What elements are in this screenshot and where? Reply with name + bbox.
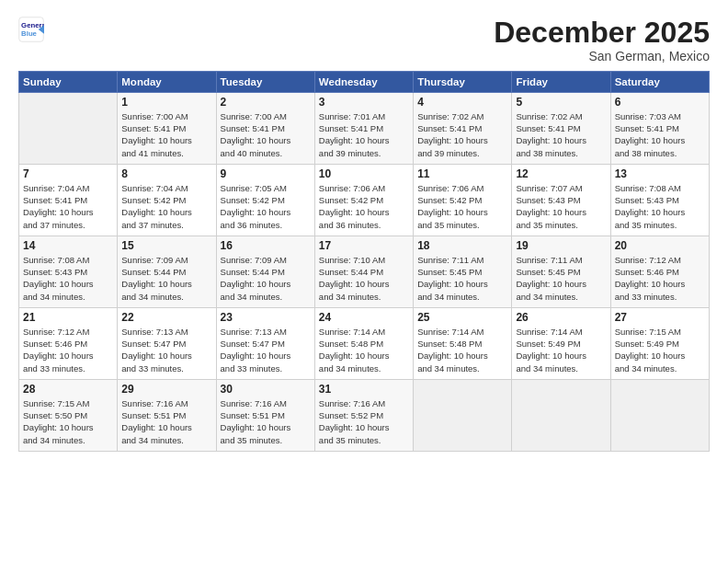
calendar-cell: 26Sunrise: 7:14 AMSunset: 5:49 PMDayligh… bbox=[512, 308, 610, 380]
col-sunday: Sunday bbox=[19, 72, 118, 93]
day-number: 29 bbox=[121, 383, 211, 396]
calendar-cell bbox=[610, 380, 709, 452]
calendar-cell bbox=[19, 93, 118, 165]
day-info: Sunrise: 7:15 AMSunset: 5:49 PMDaylight:… bbox=[615, 326, 705, 373]
calendar-cell: 24Sunrise: 7:14 AMSunset: 5:48 PMDayligh… bbox=[314, 308, 413, 380]
calendar-cell: 19Sunrise: 7:11 AMSunset: 5:45 PMDayligh… bbox=[512, 236, 610, 308]
day-number: 23 bbox=[221, 311, 311, 324]
day-info: Sunrise: 7:16 AMSunset: 5:51 PMDaylight:… bbox=[121, 397, 211, 445]
col-friday: Friday bbox=[512, 72, 610, 93]
day-number: 17 bbox=[319, 239, 409, 252]
day-number: 27 bbox=[615, 311, 705, 324]
day-number: 1 bbox=[121, 96, 211, 109]
svg-text:Blue: Blue bbox=[21, 29, 38, 38]
day-number: 13 bbox=[615, 167, 705, 180]
day-number: 12 bbox=[516, 167, 606, 180]
day-number: 14 bbox=[23, 239, 113, 252]
calendar-cell: 23Sunrise: 7:13 AMSunset: 5:47 PMDayligh… bbox=[216, 308, 314, 380]
day-number: 21 bbox=[23, 311, 113, 324]
calendar-cell: 3Sunrise: 7:01 AMSunset: 5:41 PMDaylight… bbox=[314, 93, 413, 165]
day-number: 9 bbox=[221, 167, 311, 180]
day-info: Sunrise: 7:02 AMSunset: 5:41 PMDaylight:… bbox=[516, 110, 606, 158]
calendar-cell: 20Sunrise: 7:12 AMSunset: 5:46 PMDayligh… bbox=[610, 236, 709, 308]
calendar-cell: 9Sunrise: 7:05 AMSunset: 5:42 PMDaylight… bbox=[216, 165, 314, 236]
day-info: Sunrise: 7:12 AMSunset: 5:46 PMDaylight:… bbox=[23, 326, 113, 373]
title-block: December 2025 San German, Mexico bbox=[494, 17, 710, 63]
day-number: 3 bbox=[319, 96, 409, 109]
day-info: Sunrise: 7:16 AMSunset: 5:51 PMDaylight:… bbox=[221, 397, 311, 445]
day-info: Sunrise: 7:04 AMSunset: 5:41 PMDaylight:… bbox=[23, 182, 113, 230]
calendar-week-2: 7Sunrise: 7:04 AMSunset: 5:41 PMDaylight… bbox=[19, 165, 710, 236]
day-number: 25 bbox=[417, 311, 507, 324]
day-info: Sunrise: 7:03 AMSunset: 5:41 PMDaylight:… bbox=[615, 110, 705, 158]
calendar-cell: 27Sunrise: 7:15 AMSunset: 5:49 PMDayligh… bbox=[610, 308, 709, 380]
day-info: Sunrise: 7:09 AMSunset: 5:44 PMDaylight:… bbox=[221, 254, 311, 302]
day-info: Sunrise: 7:08 AMSunset: 5:43 PMDaylight:… bbox=[615, 182, 705, 230]
month-title: December 2025 bbox=[494, 17, 710, 49]
calendar-week-5: 28Sunrise: 7:15 AMSunset: 5:50 PMDayligh… bbox=[19, 380, 710, 452]
day-info: Sunrise: 7:10 AMSunset: 5:44 PMDaylight:… bbox=[319, 254, 409, 302]
day-info: Sunrise: 7:06 AMSunset: 5:42 PMDaylight:… bbox=[417, 182, 507, 230]
calendar-week-1: 1Sunrise: 7:00 AMSunset: 5:41 PMDaylight… bbox=[19, 93, 710, 165]
day-number: 18 bbox=[417, 239, 507, 252]
calendar-cell: 13Sunrise: 7:08 AMSunset: 5:43 PMDayligh… bbox=[610, 165, 709, 236]
calendar-cell: 28Sunrise: 7:15 AMSunset: 5:50 PMDayligh… bbox=[19, 380, 118, 452]
col-monday: Monday bbox=[118, 72, 216, 93]
calendar-cell bbox=[414, 380, 512, 452]
calendar-cell: 7Sunrise: 7:04 AMSunset: 5:41 PMDaylight… bbox=[19, 165, 118, 236]
calendar-cell: 21Sunrise: 7:12 AMSunset: 5:46 PMDayligh… bbox=[19, 308, 118, 380]
day-info: Sunrise: 7:01 AMSunset: 5:41 PMDaylight:… bbox=[319, 110, 409, 158]
day-info: Sunrise: 7:14 AMSunset: 5:48 PMDaylight:… bbox=[417, 326, 507, 373]
calendar-cell: 30Sunrise: 7:16 AMSunset: 5:51 PMDayligh… bbox=[216, 380, 314, 452]
day-number: 11 bbox=[417, 167, 507, 180]
day-number: 31 bbox=[319, 383, 409, 396]
day-number: 7 bbox=[23, 167, 113, 180]
day-number: 6 bbox=[615, 96, 705, 109]
calendar-cell: 10Sunrise: 7:06 AMSunset: 5:42 PMDayligh… bbox=[314, 165, 413, 236]
day-info: Sunrise: 7:05 AMSunset: 5:42 PMDaylight:… bbox=[221, 182, 311, 230]
calendar-cell: 16Sunrise: 7:09 AMSunset: 5:44 PMDayligh… bbox=[216, 236, 314, 308]
calendar-cell: 22Sunrise: 7:13 AMSunset: 5:47 PMDayligh… bbox=[118, 308, 216, 380]
day-number: 19 bbox=[516, 239, 606, 252]
day-number: 16 bbox=[221, 239, 311, 252]
header-row: Sunday Monday Tuesday Wednesday Thursday… bbox=[19, 72, 710, 93]
day-number: 26 bbox=[516, 311, 606, 324]
day-number: 24 bbox=[319, 311, 409, 324]
calendar-cell: 1Sunrise: 7:00 AMSunset: 5:41 PMDaylight… bbox=[118, 93, 216, 165]
logo-icon: General Blue bbox=[18, 17, 44, 42]
day-info: Sunrise: 7:09 AMSunset: 5:44 PMDaylight:… bbox=[121, 254, 211, 302]
day-number: 15 bbox=[121, 239, 211, 252]
calendar-cell: 11Sunrise: 7:06 AMSunset: 5:42 PMDayligh… bbox=[414, 165, 512, 236]
col-wednesday: Wednesday bbox=[314, 72, 413, 93]
day-info: Sunrise: 7:14 AMSunset: 5:49 PMDaylight:… bbox=[516, 326, 606, 373]
col-saturday: Saturday bbox=[610, 72, 709, 93]
day-number: 4 bbox=[417, 96, 507, 109]
day-number: 30 bbox=[221, 383, 311, 396]
calendar-cell: 12Sunrise: 7:07 AMSunset: 5:43 PMDayligh… bbox=[512, 165, 610, 236]
day-info: Sunrise: 7:08 AMSunset: 5:43 PMDaylight:… bbox=[23, 254, 113, 302]
day-number: 8 bbox=[121, 167, 211, 180]
day-info: Sunrise: 7:14 AMSunset: 5:48 PMDaylight:… bbox=[319, 326, 409, 373]
col-tuesday: Tuesday bbox=[216, 72, 314, 93]
day-info: Sunrise: 7:11 AMSunset: 5:45 PMDaylight:… bbox=[516, 254, 606, 302]
day-info: Sunrise: 7:12 AMSunset: 5:46 PMDaylight:… bbox=[615, 254, 705, 302]
calendar-cell: 14Sunrise: 7:08 AMSunset: 5:43 PMDayligh… bbox=[19, 236, 118, 308]
day-info: Sunrise: 7:15 AMSunset: 5:50 PMDaylight:… bbox=[23, 397, 113, 445]
day-info: Sunrise: 7:11 AMSunset: 5:45 PMDaylight:… bbox=[417, 254, 507, 302]
location-subtitle: San German, Mexico bbox=[494, 49, 710, 63]
day-number: 28 bbox=[23, 383, 113, 396]
col-thursday: Thursday bbox=[414, 72, 512, 93]
calendar-cell: 18Sunrise: 7:11 AMSunset: 5:45 PMDayligh… bbox=[414, 236, 512, 308]
calendar-cell: 29Sunrise: 7:16 AMSunset: 5:51 PMDayligh… bbox=[118, 380, 216, 452]
day-info: Sunrise: 7:02 AMSunset: 5:41 PMDaylight:… bbox=[417, 110, 507, 158]
day-info: Sunrise: 7:00 AMSunset: 5:41 PMDaylight:… bbox=[121, 110, 211, 158]
logo: General Blue bbox=[18, 17, 47, 42]
calendar-cell: 31Sunrise: 7:16 AMSunset: 5:52 PMDayligh… bbox=[314, 380, 413, 452]
calendar-week-4: 21Sunrise: 7:12 AMSunset: 5:46 PMDayligh… bbox=[19, 308, 710, 380]
calendar-week-3: 14Sunrise: 7:08 AMSunset: 5:43 PMDayligh… bbox=[19, 236, 710, 308]
day-number: 10 bbox=[319, 167, 409, 180]
calendar-cell: 17Sunrise: 7:10 AMSunset: 5:44 PMDayligh… bbox=[314, 236, 413, 308]
calendar-cell: 2Sunrise: 7:00 AMSunset: 5:41 PMDaylight… bbox=[216, 93, 314, 165]
day-number: 5 bbox=[516, 96, 606, 109]
day-info: Sunrise: 7:16 AMSunset: 5:52 PMDaylight:… bbox=[319, 397, 409, 445]
